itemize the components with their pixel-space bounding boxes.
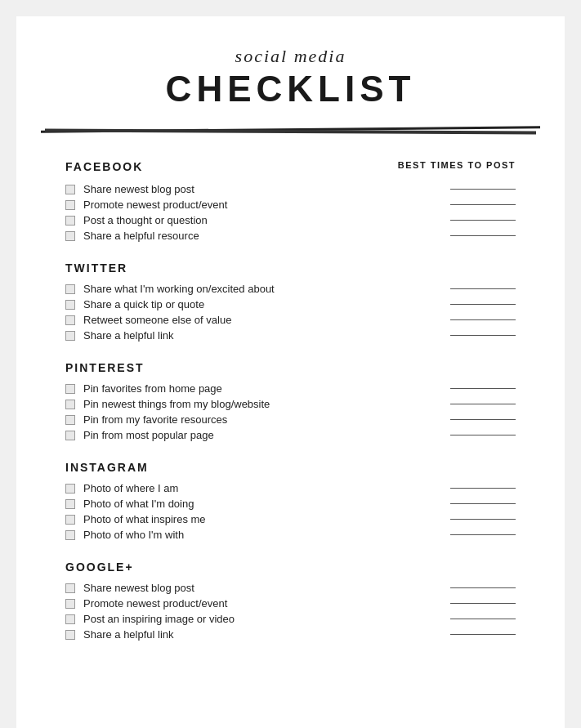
- column-headers: FACEBOOK BEST TIMES TO POST: [65, 160, 516, 173]
- checkbox-icon[interactable]: [65, 630, 75, 640]
- item-label: Share a quick tip or quote: [83, 298, 204, 310]
- section-facebook: Share newest blog postPromote newest pro…: [65, 183, 516, 242]
- list-item: Pin favorites from home page: [65, 382, 516, 395]
- list-item: Pin from most popular page: [65, 429, 516, 441]
- checklist-instagram: Photo of where I amPhoto of what I'm doi…: [65, 482, 516, 541]
- checkbox-icon[interactable]: [65, 499, 75, 509]
- list-item: Share a helpful link: [65, 628, 516, 641]
- item-label: Share what I'm working on/excited about: [83, 283, 275, 295]
- item-label: Photo of who I'm with: [83, 529, 184, 541]
- checklist-twitter: Share what I'm working on/excited aboutS…: [65, 283, 516, 342]
- list-item: Photo of what I'm doing: [65, 498, 516, 510]
- header-divider: [41, 121, 540, 136]
- header-title: CHECKLIST: [33, 69, 548, 109]
- item-label: Share a helpful link: [83, 329, 174, 342]
- divider-line-2: [45, 128, 536, 134]
- item-label: Retweet someone else of value: [83, 314, 231, 326]
- item-label: Post an inspiring image or video: [83, 613, 235, 625]
- header-script: social media: [33, 46, 548, 67]
- time-fill-line: [450, 288, 516, 289]
- item-label: Post a thought or question: [83, 214, 208, 226]
- section-googleplus: GOOGLE+Share newest blog postPromote new…: [65, 561, 516, 641]
- time-fill-line: [450, 519, 516, 520]
- facebook-title: FACEBOOK: [65, 160, 143, 173]
- list-item: Photo of where I am: [65, 482, 516, 494]
- item-label: Share a helpful resource: [83, 230, 199, 242]
- list-item: Post a thought or question: [65, 214, 516, 226]
- list-item: Share a quick tip or quote: [65, 298, 516, 310]
- time-fill-line: [450, 304, 516, 305]
- checkbox-icon[interactable]: [65, 384, 75, 394]
- list-item: Photo of who I'm with: [65, 529, 516, 541]
- checkbox-icon[interactable]: [65, 599, 75, 609]
- list-item: Pin from my favorite resources: [65, 413, 516, 426]
- item-label: Pin favorites from home page: [83, 382, 222, 395]
- checkbox-icon[interactable]: [65, 284, 75, 294]
- time-fill-line: [450, 619, 516, 619]
- time-fill-line: [450, 204, 516, 205]
- sections-container: Share newest blog postPromote newest pro…: [65, 183, 516, 641]
- checkbox-icon[interactable]: [65, 315, 75, 325]
- content: FACEBOOK BEST TIMES TO POST Share newest…: [16, 152, 565, 685]
- item-label: Promote newest product/event: [83, 199, 227, 211]
- time-fill-line: [450, 235, 516, 236]
- time-fill-line: [450, 534, 516, 535]
- item-label: Photo of what I'm doing: [83, 498, 194, 510]
- list-item: Share a helpful link: [65, 329, 516, 342]
- checkbox-icon[interactable]: [65, 614, 75, 624]
- item-label: Promote newest product/event: [83, 597, 227, 610]
- time-fill-line: [450, 419, 516, 420]
- item-label: Photo of what inspires me: [83, 513, 206, 525]
- time-fill-line: [450, 319, 516, 320]
- checkbox-icon[interactable]: [65, 331, 75, 341]
- page: social media CHECKLIST FACEBOOK BEST TIM…: [16, 16, 565, 728]
- item-label: Photo of where I am: [83, 482, 178, 494]
- time-fill-line: [450, 404, 516, 404]
- checkbox-icon[interactable]: [65, 530, 75, 540]
- checklist-pinterest: Pin favorites from home pagePin newest t…: [65, 382, 516, 441]
- time-fill-line: [450, 189, 516, 190]
- list-item: Promote newest product/event: [65, 597, 516, 610]
- list-item: Promote newest product/event: [65, 199, 516, 211]
- list-item: Share a helpful resource: [65, 230, 516, 242]
- checkbox-icon[interactable]: [65, 231, 75, 241]
- checkbox-icon[interactable]: [65, 415, 75, 425]
- item-label: Pin newest things from my blog/website: [83, 398, 270, 410]
- time-fill-line: [450, 634, 516, 635]
- section-twitter: TWITTERShare what I'm working on/excited…: [65, 261, 516, 342]
- checkbox-icon[interactable]: [65, 484, 75, 494]
- item-label: Share newest blog post: [83, 582, 194, 594]
- list-item: Retweet someone else of value: [65, 314, 516, 326]
- checklist-facebook: Share newest blog postPromote newest pro…: [65, 183, 516, 242]
- list-item: Photo of what inspires me: [65, 513, 516, 525]
- time-fill-line: [450, 488, 516, 489]
- checklist-googleplus: Share newest blog postPromote newest pro…: [65, 582, 516, 641]
- checkbox-icon[interactable]: [65, 583, 75, 593]
- checkbox-icon[interactable]: [65, 300, 75, 310]
- section-title-instagram: INSTAGRAM: [65, 461, 516, 474]
- checkbox-icon[interactable]: [65, 216, 75, 226]
- item-label: Share newest blog post: [83, 183, 194, 195]
- section-title-googleplus: GOOGLE+: [65, 561, 516, 574]
- checkbox-icon[interactable]: [65, 185, 75, 194]
- section-instagram: INSTAGRAMPhoto of where I amPhoto of wha…: [65, 461, 516, 541]
- item-label: Pin from my favorite resources: [83, 413, 227, 426]
- list-item: Share newest blog post: [65, 183, 516, 195]
- checkbox-icon[interactable]: [65, 400, 75, 409]
- time-fill-line: [450, 335, 516, 336]
- checkbox-icon[interactable]: [65, 515, 75, 525]
- checkbox-icon[interactable]: [65, 200, 75, 210]
- list-item: Share newest blog post: [65, 582, 516, 594]
- item-label: Pin from most popular page: [83, 429, 214, 441]
- time-fill-line: [450, 220, 516, 221]
- header: social media CHECKLIST: [16, 16, 565, 109]
- item-label: Share a helpful link: [83, 628, 174, 641]
- time-fill-line: [450, 603, 516, 604]
- list-item: Pin newest things from my blog/website: [65, 398, 516, 410]
- checkbox-icon[interactable]: [65, 431, 75, 440]
- time-fill-line: [450, 435, 516, 435]
- section-title-pinterest: PINTEREST: [65, 361, 516, 374]
- best-times-header: BEST TIMES TO POST: [398, 160, 516, 170]
- section-title-twitter: TWITTER: [65, 261, 516, 275]
- time-fill-line: [450, 503, 516, 504]
